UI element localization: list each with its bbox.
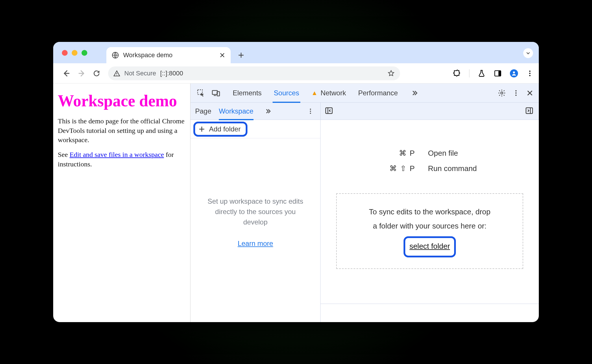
drop-zone-text: To sync edits to the workspace, drop bbox=[348, 205, 511, 219]
shortcut-keys: ⌘ P bbox=[378, 149, 415, 158]
bookmark-star-icon[interactable] bbox=[387, 70, 395, 77]
sources-navigator-menu-icon[interactable] bbox=[305, 106, 316, 116]
shortcut-label: Open file bbox=[428, 149, 458, 158]
svg-point-4 bbox=[513, 71, 515, 73]
drop-zone-text: a folder with your sources here or: bbox=[348, 219, 511, 233]
subtab-workspace[interactable]: Workspace bbox=[219, 103, 254, 120]
rendered-page: Workspace demo This is the demo page for… bbox=[53, 83, 190, 322]
learn-more-link[interactable]: Learn more bbox=[238, 239, 273, 247]
devtools-panel: Elements Sources ▲ Network Performance bbox=[190, 83, 539, 322]
browser-tab-title: Workspace demo bbox=[123, 51, 215, 59]
toolbar-separator bbox=[469, 69, 469, 77]
svg-rect-3 bbox=[498, 70, 501, 76]
browser-tab[interactable]: Workspace demo bbox=[106, 47, 231, 63]
devtools-top-bar: Elements Sources ▲ Network Performance bbox=[190, 83, 539, 103]
more-subtabs-icon[interactable] bbox=[263, 106, 273, 116]
workspace-empty-message: Set up workspace to sync edits directly … bbox=[190, 196, 320, 227]
sources-sub-bar: Page Workspace bbox=[190, 103, 539, 120]
sources-bottom-bar bbox=[321, 304, 539, 322]
labs-icon[interactable] bbox=[478, 69, 486, 77]
svg-point-17 bbox=[310, 113, 311, 114]
window-close-button[interactable] bbox=[62, 50, 68, 56]
browser-window: Workspace demo bbox=[53, 42, 539, 322]
sources-editor-pane: ⌘ P Open file ⌘ ⇧ P Run command To sync … bbox=[321, 120, 539, 322]
devtools-settings-icon[interactable] bbox=[498, 89, 506, 97]
device-toolbar-icon[interactable] bbox=[211, 88, 221, 98]
svg-point-5 bbox=[529, 70, 530, 72]
tab-sources[interactable]: Sources bbox=[273, 83, 300, 103]
select-folder-button[interactable]: select folder bbox=[404, 236, 456, 257]
svg-point-13 bbox=[515, 92, 517, 93]
shortcut-hints: ⌘ P Open file ⌘ ⇧ P Run command bbox=[321, 149, 539, 173]
toggle-navigator-icon[interactable] bbox=[325, 106, 334, 116]
tab-search-button[interactable] bbox=[523, 48, 533, 58]
inspect-element-icon[interactable] bbox=[196, 88, 206, 98]
tab-performance[interactable]: Performance bbox=[358, 83, 398, 103]
window-maximize-button[interactable] bbox=[82, 50, 87, 56]
svg-rect-9 bbox=[212, 90, 218, 94]
warning-icon: ▲ bbox=[311, 89, 318, 97]
extensions-icon[interactable] bbox=[453, 69, 461, 77]
window-minimize-button[interactable] bbox=[72, 50, 77, 56]
back-button[interactable] bbox=[60, 67, 73, 80]
tab-network-label: Network bbox=[321, 89, 346, 97]
tab-elements[interactable]: Elements bbox=[232, 83, 262, 103]
not-secure-icon bbox=[113, 70, 120, 77]
browser-toolbar: Not Secure [::]:8000 bbox=[53, 63, 539, 83]
chrome-menu-button[interactable] bbox=[526, 70, 534, 77]
page-link[interactable]: Edit and save files in a workspace bbox=[70, 151, 164, 158]
window-controls bbox=[62, 50, 87, 56]
toggle-debugger-icon[interactable] bbox=[525, 106, 535, 116]
svg-point-14 bbox=[515, 94, 517, 96]
page-paragraph: See Edit and save files in a workspace f… bbox=[58, 150, 185, 169]
more-tabs-icon[interactable] bbox=[409, 88, 420, 98]
devtools-main-tabs: Elements Sources ▲ Network Performance bbox=[232, 83, 420, 103]
not-secure-label: Not Secure bbox=[124, 70, 156, 77]
page-heading: Workspace demo bbox=[58, 92, 185, 110]
subtab-page[interactable]: Page bbox=[195, 103, 211, 120]
content-area: Workspace demo This is the demo page for… bbox=[53, 83, 539, 322]
svg-point-11 bbox=[501, 92, 503, 94]
profile-avatar[interactable] bbox=[510, 69, 518, 77]
workspace-drop-zone[interactable]: To sync edits to the workspace, drop a f… bbox=[336, 193, 523, 269]
svg-point-15 bbox=[310, 109, 311, 110]
tab-strip: Workspace demo bbox=[53, 42, 539, 63]
page-text: See bbox=[58, 151, 70, 158]
address-url: [::]:8000 bbox=[160, 70, 183, 77]
reload-button[interactable] bbox=[90, 67, 103, 80]
side-panel-icon[interactable] bbox=[494, 69, 502, 77]
forward-button[interactable] bbox=[75, 67, 88, 80]
svg-point-12 bbox=[515, 90, 517, 91]
devtools-menu-icon[interactable] bbox=[512, 89, 520, 97]
svg-point-6 bbox=[529, 73, 530, 74]
svg-point-1 bbox=[116, 75, 117, 75]
workspace-navigator-pane: Add folder Set up workspace to sync edit… bbox=[190, 120, 321, 322]
add-folder-label: Add folder bbox=[209, 125, 240, 133]
shortcut-label: Run command bbox=[428, 164, 477, 173]
tab-close-button[interactable] bbox=[219, 52, 225, 58]
shortcut-keys: ⌘ ⇧ P bbox=[378, 164, 415, 173]
devtools-close-icon[interactable] bbox=[526, 89, 534, 97]
tab-network[interactable]: ▲ Network bbox=[311, 83, 347, 103]
address-bar[interactable]: Not Secure [::]:8000 bbox=[108, 66, 400, 80]
globe-icon bbox=[112, 51, 119, 59]
page-paragraph: This is the demo page for the official C… bbox=[58, 116, 185, 145]
new-tab-button[interactable] bbox=[235, 49, 247, 62]
svg-point-16 bbox=[310, 111, 311, 112]
add-folder-button[interactable]: Add folder bbox=[193, 122, 247, 137]
svg-point-7 bbox=[529, 75, 530, 76]
